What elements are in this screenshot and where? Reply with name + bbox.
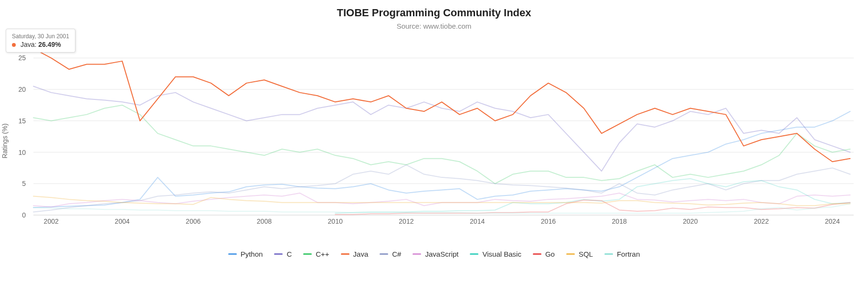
tooltip-series-name: Java <box>21 41 35 48</box>
series-line[interactable] <box>33 193 850 207</box>
legend-swatch-icon <box>274 253 283 255</box>
y-tick-label: 5 <box>22 180 26 187</box>
y-tick-label: 20 <box>18 86 26 93</box>
legend-item[interactable]: Java <box>341 250 369 258</box>
legend: PythonCC++JavaC#JavaScriptVisual BasicGo… <box>0 250 868 258</box>
legend-swatch-icon <box>604 253 613 255</box>
legend-item[interactable]: JavaScript <box>413 250 458 258</box>
legend-label: Fortran <box>617 250 640 258</box>
x-tick-label: 2022 <box>754 217 769 225</box>
legend-label: Python <box>241 250 263 258</box>
legend-label: Java <box>353 250 369 258</box>
x-tick-label: 2002 <box>44 217 59 225</box>
legend-swatch-icon <box>533 253 541 255</box>
legend-label: Go <box>545 250 555 258</box>
y-axis-ticks: 0510152025 <box>0 45 29 215</box>
y-tick-label: 10 <box>18 149 26 156</box>
legend-swatch-icon <box>341 253 349 255</box>
y-tick-label: 0 <box>22 211 26 219</box>
legend-label: Visual Basic <box>482 250 521 258</box>
x-tick-label: 2012 <box>399 217 413 225</box>
tooltip-series-dot-icon <box>12 43 16 47</box>
series-line[interactable] <box>33 49 850 162</box>
x-tick-label: 2020 <box>683 217 698 225</box>
x-tick-label: 2014 <box>470 217 485 225</box>
legend-item[interactable]: SQL <box>566 250 593 258</box>
legend-swatch-icon <box>470 253 478 255</box>
legend-item[interactable]: Visual Basic <box>470 250 521 258</box>
series-line[interactable] <box>33 165 850 212</box>
x-tick-label: 2008 <box>257 217 272 225</box>
legend-swatch-icon <box>413 253 421 255</box>
legend-swatch-icon <box>303 253 312 255</box>
tooltip: Saturday, 30 Jun 2001 Java: 26.49% <box>6 29 75 53</box>
legend-label: C# <box>392 250 401 258</box>
x-tick-label: 2016 <box>541 217 556 225</box>
legend-item[interactable]: C# <box>380 250 401 258</box>
x-tick-label: 2010 <box>328 217 343 225</box>
legend-item[interactable]: Go <box>533 250 555 258</box>
legend-label: JavaScript <box>425 250 458 258</box>
legend-item[interactable]: C <box>274 250 292 258</box>
chart-title: TIOBE Programming Community Index <box>0 7 868 19</box>
legend-label: C++ <box>316 250 329 258</box>
x-tick-label: 2018 <box>612 217 627 225</box>
chart-container: TIOBE Programming Community Index Source… <box>0 0 868 282</box>
legend-label: C <box>286 250 292 258</box>
series-line[interactable] <box>33 111 850 207</box>
legend-swatch-icon <box>380 253 388 255</box>
legend-swatch-icon <box>566 253 575 255</box>
tooltip-value: 26.49% <box>38 41 61 48</box>
x-tick-label: 2024 <box>825 217 840 225</box>
legend-label: SQL <box>579 250 593 258</box>
x-axis-ticks: 2002200420062008201020122014201620182020… <box>33 217 854 227</box>
tooltip-date: Saturday, 30 Jun 2001 <box>12 33 69 40</box>
y-tick-label: 15 <box>18 117 26 125</box>
legend-swatch-icon <box>228 253 237 255</box>
x-tick-label: 2006 <box>186 217 201 225</box>
plot-area[interactable] <box>33 45 854 215</box>
legend-item[interactable]: Fortran <box>604 250 640 258</box>
chart-subtitle: Source: www.tiobe.com <box>0 22 868 30</box>
y-tick-label: 25 <box>18 54 26 62</box>
x-tick-label: 2004 <box>115 217 129 225</box>
legend-item[interactable]: C++ <box>303 250 329 258</box>
tooltip-row: Java: 26.49% <box>12 41 69 48</box>
legend-item[interactable]: Python <box>228 250 263 258</box>
